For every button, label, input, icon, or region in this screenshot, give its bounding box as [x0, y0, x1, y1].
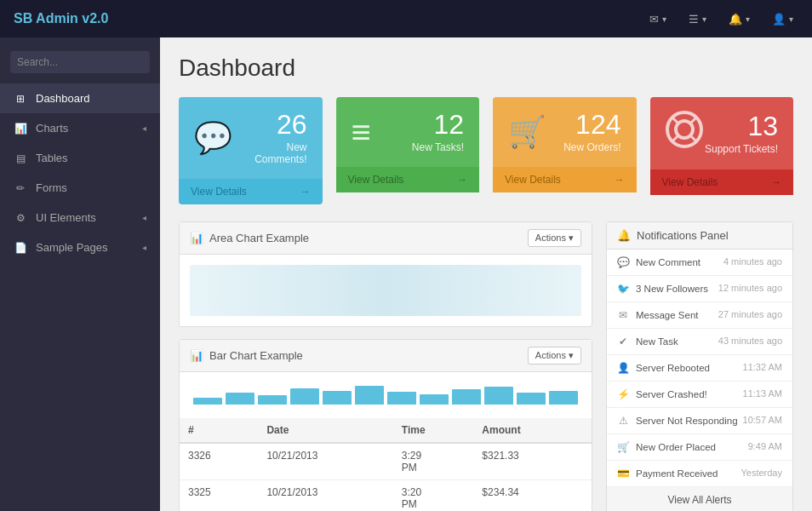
- col-time: Time: [393, 418, 474, 443]
- table-container: # Date Time Amount 3326 10/21/2013 3:29P…: [180, 418, 592, 511]
- notification-item[interactable]: 👤 Server Rebooted 11:32 AM: [607, 355, 792, 382]
- bar: [484, 387, 513, 405]
- sidebar-item-forms[interactable]: ✏ Forms: [0, 173, 160, 203]
- bar-chart-title: Bar Chart Example: [209, 349, 303, 362]
- sidebar-label-sample-pages: Sample Pages: [36, 241, 108, 254]
- sample-pages-caret-icon: ◂: [142, 243, 146, 252]
- tickets-view-details[interactable]: View Details →: [650, 169, 794, 195]
- table-header: # Date Time Amount: [180, 418, 592, 443]
- comments-view-details[interactable]: View Details →: [179, 179, 323, 204]
- sidebar-item-dashboard[interactable]: ⊞ Dashboard: [0, 83, 160, 113]
- bell-icon: 🔔: [729, 13, 742, 26]
- sidebar-item-sample-pages[interactable]: 📄 Sample Pages ◂: [0, 233, 160, 262]
- orders-view-details[interactable]: View Details →: [493, 167, 637, 192]
- sample-pages-icon: 📄: [14, 242, 27, 254]
- bar: [355, 386, 384, 405]
- alerts-btn[interactable]: 🔔 ▾: [723, 9, 755, 29]
- notification-item[interactable]: ✉ Message Sent 27 minutes ago: [607, 302, 792, 329]
- notification-item[interactable]: ✔ New Task 43 minutes ago: [607, 329, 792, 355]
- bar-chart-actions-btn[interactable]: Actions ▾: [528, 347, 581, 365]
- stat-card-tasks: ≡ 12 New Tasks! View Details →: [336, 97, 480, 204]
- tasks-count: 12: [412, 111, 464, 138]
- bar-chart-heading: 📊 Bar Chart Example Actions ▾: [180, 340, 592, 372]
- notification-item[interactable]: 🐦 3 New Followers 12 minutes ago: [607, 276, 792, 302]
- sidebar-item-ui-elements[interactable]: ⚙ UI Elements ◂: [0, 203, 160, 233]
- area-chart-body: [180, 255, 592, 326]
- sidebar-item-tables[interactable]: ▤ Tables: [0, 143, 160, 173]
- dashboard-icon: ⊞: [14, 93, 27, 105]
- notif-time: 9:49 AM: [748, 441, 782, 451]
- view-all-alerts-label: View All Alerts: [667, 494, 731, 506]
- notification-item[interactable]: 💳 Payment Received Yesterday: [607, 461, 792, 487]
- notif-type-icon: ✉: [617, 309, 629, 321]
- user-btn[interactable]: 👤 ▾: [767, 9, 798, 29]
- notifications-title: Notifications Panel: [637, 229, 729, 242]
- notification-item[interactable]: ⚡ Server Crashed! 11:13 AM: [607, 382, 792, 408]
- panel-left: 📊 Area Chart Example Actions ▾: [179, 221, 592, 511]
- sidebar-search-container: 🔍: [10, 51, 150, 73]
- area-chart-actions-btn[interactable]: Actions ▾: [528, 229, 581, 247]
- notif-time: 43 minutes ago: [718, 336, 782, 346]
- topnav-icons: ✉ ▾ ☰ ▾ 🔔 ▾ 👤 ▾: [644, 9, 798, 29]
- messages-btn[interactable]: ✉ ▾: [644, 9, 672, 29]
- user-caret: ▾: [789, 14, 793, 24]
- area-chart-bar-icon: 📊: [190, 232, 203, 244]
- notification-item[interactable]: 💬 New Comment 4 minutes ago: [607, 250, 792, 276]
- tickets-footer-text: View Details: [662, 176, 718, 188]
- notif-text: Server Rebooted: [636, 363, 710, 373]
- notif-time: Yesterday: [741, 468, 782, 478]
- sidebar-label-charts: Charts: [36, 122, 68, 135]
- sidebar-label-ui-elements: UI Elements: [36, 211, 96, 224]
- tickets-footer-icon: →: [771, 176, 781, 188]
- topnav: SB Admin v2.0 ✉ ▾ ☰ ▾ 🔔 ▾ 👤 ▾: [0, 0, 812, 37]
- sidebar: 🔍 ⊞ Dashboard 📊 Charts ◂ ▤ Tables ✏ For: [0, 37, 160, 511]
- notification-item[interactable]: ⚠ Server Not Responding 10:57 AM: [607, 408, 792, 434]
- svg-line-4: [672, 135, 678, 142]
- panel-right: 🔔 Notifications Panel 💬 New Comment 4 mi…: [606, 221, 793, 511]
- messages-caret: ▾: [662, 14, 666, 24]
- svg-line-3: [690, 117, 697, 123]
- orders-label: New Orders!: [563, 141, 620, 153]
- cell-num: 3326: [180, 443, 258, 480]
- table-header-row: # Date Time Amount: [180, 418, 592, 443]
- table-row[interactable]: 3326 10/21/2013 3:29PM $321.33: [180, 443, 592, 480]
- notif-type-icon: ✔: [617, 336, 629, 347]
- notif-time: 10:57 AM: [743, 415, 782, 425]
- notif-text: New Comment: [636, 257, 700, 267]
- bar-chart-body: [180, 372, 592, 418]
- col-date: Date: [258, 418, 392, 443]
- notif-text: Server Not Responding: [636, 416, 738, 426]
- stat-card-orders: 🛒 124 New Orders! View Details →: [493, 97, 637, 204]
- bar: [517, 393, 546, 405]
- cell-date: 10/21/2013: [258, 443, 392, 480]
- bar: [193, 398, 222, 405]
- tasks-btn[interactable]: ☰ ▾: [683, 9, 712, 29]
- bar: [290, 388, 319, 405]
- comments-count: 26: [232, 111, 307, 138]
- sidebar-item-charts[interactable]: 📊 Charts ◂: [0, 113, 160, 143]
- tasks-caret: ▾: [702, 14, 706, 24]
- tickets-count: 13: [705, 112, 778, 140]
- user-icon: 👤: [772, 13, 786, 26]
- tasks-footer-text: View Details: [348, 174, 404, 186]
- search-input[interactable]: [10, 51, 150, 73]
- stat-card-comments: 💬 26 New Comments! View Details →: [179, 97, 323, 204]
- tickets-card-icon: [666, 111, 703, 156]
- cell-amount: $234.34: [473, 480, 592, 512]
- view-all-alerts-btn[interactable]: View All Alerts: [607, 487, 792, 511]
- charts-icon: 📊: [14, 123, 27, 135]
- cell-time: 3:20PM: [393, 480, 474, 512]
- bar-chart-panel: 📊 Bar Chart Example Actions ▾: [179, 339, 592, 511]
- sidebar-label-dashboard: Dashboard: [36, 92, 90, 105]
- data-table: # Date Time Amount 3326 10/21/2013 3:29P…: [180, 418, 592, 511]
- area-chart-title: Area Chart Example: [209, 232, 309, 244]
- stat-card-tickets: 13 Support Tickets! View Details →: [650, 97, 794, 204]
- tasks-icon: ☰: [689, 13, 699, 26]
- tasks-view-details[interactable]: View Details →: [336, 167, 480, 192]
- main-content: Dashboard 💬 26 New Comments! View Detail…: [160, 37, 812, 511]
- table-row[interactable]: 3325 10/21/2013 3:20PM $234.34: [180, 480, 592, 512]
- notif-type-icon: 👤: [617, 362, 629, 374]
- notif-time: 4 minutes ago: [723, 256, 782, 267]
- notification-item[interactable]: 🛒 New Order Placed 9:49 AM: [607, 434, 792, 461]
- notif-type-icon: 💬: [617, 256, 629, 268]
